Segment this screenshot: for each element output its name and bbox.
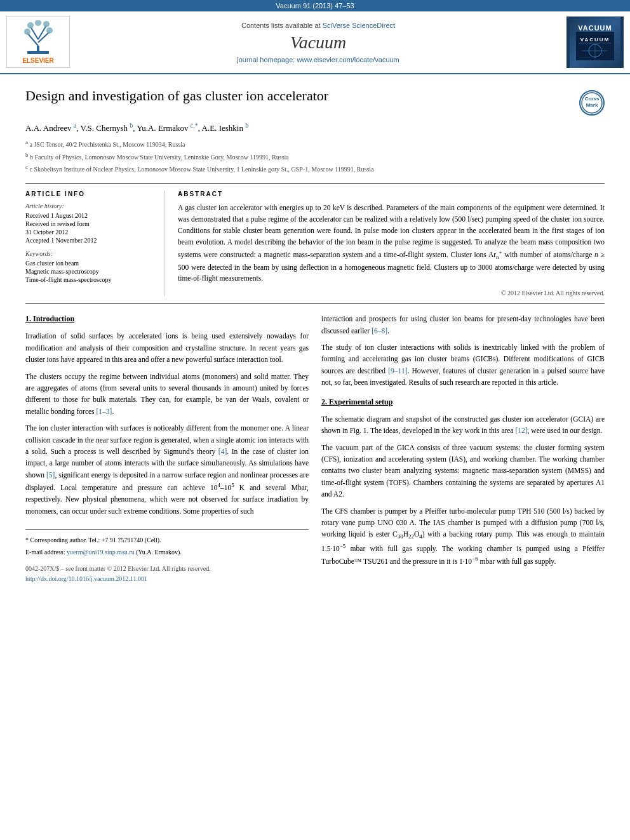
- email-label: E-mail address:: [25, 549, 67, 556]
- intro-para-3: The ion cluster interaction with surface…: [25, 422, 309, 517]
- intro-para-5: The study of ion cluster interactions wi…: [321, 342, 605, 389]
- abstract-header: ABSTRACT: [178, 190, 605, 197]
- body-right-col: interaction and prospects for using clus…: [321, 313, 605, 587]
- section1-title: 1. Introduction: [25, 313, 309, 325]
- svg-point-9: [35, 20, 41, 26]
- intro-para-2: The clusters occupy the regime between i…: [25, 371, 309, 418]
- svg-point-6: [46, 27, 53, 34]
- abstract-col: ABSTRACT A gas cluster ion accelerator w…: [178, 190, 605, 297]
- page-wrapper: Vacuum 91 (2013) 47–53 EL: [0, 0, 630, 840]
- footnote-corresponding: * Corresponding author. Tel.: +7 91 7579…: [25, 535, 309, 545]
- svg-line-1: [27, 33, 38, 46]
- svg-rect-10: [27, 51, 49, 54]
- sciverse-link-anchor[interactable]: SciVerse ScienceDirect: [323, 22, 395, 29]
- email-address: yuerm@uni19.sinp.msu.ru: [67, 549, 135, 556]
- ref-1-3: [1–3]: [96, 408, 112, 415]
- history-revised-label: Received in revised form: [25, 220, 155, 227]
- journal-title-display: Vacuum: [76, 32, 560, 53]
- issn-line: 0042-207X/$ – see front matter © 2012 El…: [25, 561, 309, 587]
- abstract-text: A gas cluster ion accelerator with energ…: [178, 203, 605, 284]
- doi-link: http://dx.doi.org/10.1016/j.vacuum.2012.…: [25, 574, 309, 584]
- keyword-3: Time-of-flight mass-spectroscopy: [25, 276, 155, 283]
- body-content: 1. Introduction Irradiation of solid sur…: [25, 313, 605, 587]
- affiliation-b: b b Faculty of Physics, Lomonosov Moscow…: [25, 151, 605, 162]
- ref-4: [4]: [218, 448, 227, 455]
- vacuum-cover-graphic: VACUUM: [576, 32, 614, 60]
- article-content: Design and investigation of gas cluster …: [0, 74, 630, 600]
- affiliations: a a JSC Tensor, 40/2 Prechistenka St., M…: [25, 138, 605, 174]
- top-banner: Vacuum 91 (2013) 47–53: [0, 0, 630, 11]
- ref-6-8: [6–8]: [372, 327, 387, 335]
- history-label: Article history:: [25, 203, 155, 210]
- article-title: Design and investigation of gas cluster …: [25, 87, 579, 105]
- affiliation-a: a a JSC Tensor, 40/2 Prechistenka St., M…: [25, 138, 605, 149]
- vacuum-logo-box: VACUUM VACUUM: [566, 17, 624, 68]
- keyword-2: Magnetic mass-spectroscopy: [25, 268, 155, 275]
- section2-title: 2. Experimental setup: [321, 396, 605, 408]
- copyright-text: © 2012 Elsevier Ltd. All rights reserved…: [178, 290, 605, 297]
- vacuum-cover-title: VACUUM: [578, 24, 612, 32]
- elsevier-tree-icon: [15, 20, 62, 55]
- svg-text:VACUUM: VACUUM: [580, 37, 610, 43]
- setup-para-1: The schematic diagram and snapshot of th…: [321, 413, 605, 437]
- article-info-header: ARTICLE INFO: [25, 190, 155, 197]
- keywords-label: Keywords:: [25, 250, 155, 257]
- crossmark-badge: Cross Mark: [579, 90, 605, 116]
- setup-para-3: The CFS chamber is pumper by a Pfeiffer …: [321, 505, 605, 568]
- issn-text: 0042-207X/$ – see front matter © 2012 El…: [25, 564, 309, 574]
- authors-line: A.A. Andreev a, V.S. Chernysh b, Yu.A. E…: [25, 122, 605, 133]
- intro-para-1: Irradiation of solid surfaces by acceler…: [25, 330, 309, 365]
- keyword-1: Gas cluster ion beam: [25, 260, 155, 267]
- elsevier-logo: ELSEVIER: [6, 17, 70, 68]
- article-meta-section: ARTICLE INFO Article history: Received 1…: [25, 183, 605, 303]
- ref-9-11: [9–11]: [388, 367, 407, 375]
- footnotes: * Corresponding author. Tel.: +7 91 7579…: [25, 530, 309, 557]
- intro-para-4: interaction and prospects for using clus…: [321, 313, 605, 337]
- ref-12: [12]: [515, 427, 527, 434]
- svg-point-5: [24, 29, 30, 35]
- footnote-email: E-mail address: yuerm@uni19.sinp.msu.ru …: [25, 547, 309, 557]
- affiliation-c: c c Skobeltsyn Institute of Nuclear Phys…: [25, 163, 605, 174]
- svg-text:Cross: Cross: [585, 96, 600, 102]
- crossmark-icon: Cross Mark: [579, 90, 605, 116]
- svg-point-7: [27, 22, 34, 29]
- setup-para-2: The vacuum part of the GICA consists of …: [321, 442, 605, 500]
- svg-text:Mark: Mark: [586, 102, 598, 108]
- email-person: (Yu.A. Ermakov).: [135, 549, 182, 556]
- history-revised-date: 31 October 2012: [25, 229, 155, 236]
- article-info-col: ARTICLE INFO Article history: Received 1…: [25, 190, 165, 297]
- journal-header: ELSEVIER Contents lists available at Sci…: [0, 11, 630, 74]
- elsevier-brand-text: ELSEVIER: [22, 57, 53, 64]
- journal-homepage: journal homepage: www.elsevier.com/locat…: [76, 56, 560, 63]
- vacuum-cover-image: VACUUM VACUUM: [570, 17, 620, 68]
- journal-info: Contents lists available at SciVerse Sci…: [76, 17, 560, 68]
- sciverse-link: Contents lists available at SciVerse Sci…: [76, 22, 560, 29]
- history-received: Received 1 August 2012: [25, 212, 155, 219]
- svg-point-8: [43, 21, 50, 27]
- issue-info: Vacuum 91 (2013) 47–53: [276, 2, 354, 10]
- body-left-col: 1. Introduction Irradiation of solid sur…: [25, 313, 309, 587]
- svg-line-4: [38, 25, 46, 39]
- ref-5: [5]: [46, 471, 55, 479]
- history-accepted: Accepted 1 November 2012: [25, 237, 155, 244]
